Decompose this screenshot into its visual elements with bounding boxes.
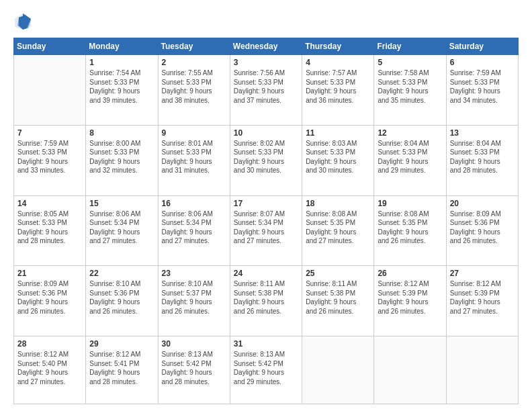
logo — [13, 12, 35, 31]
day-info: Sunrise: 8:08 AM Sunset: 5:35 PM Dayligh… — [306, 210, 370, 246]
day-info: Sunrise: 8:12 AM Sunset: 5:39 PM Dayligh… — [450, 279, 515, 316]
calendar-cell: 14Sunrise: 8:05 AM Sunset: 5:33 PM Dayli… — [14, 195, 86, 266]
calendar-cell: 31Sunrise: 8:13 AM Sunset: 5:42 PM Dayli… — [230, 336, 302, 404]
weekday-header-saturday: Saturday — [446, 38, 518, 55]
day-number: 9 — [162, 128, 226, 138]
calendar-cell: 15Sunrise: 8:06 AM Sunset: 5:34 PM Dayli… — [86, 195, 158, 266]
day-number: 4 — [306, 58, 370, 67]
week-row-5: 28Sunrise: 8:12 AM Sunset: 5:40 PM Dayli… — [14, 336, 519, 404]
day-number: 30 — [162, 339, 226, 349]
week-row-4: 21Sunrise: 8:09 AM Sunset: 5:36 PM Dayli… — [14, 266, 519, 336]
day-info: Sunrise: 8:13 AM Sunset: 5:42 PM Dayligh… — [234, 350, 298, 386]
calendar-cell: 19Sunrise: 8:08 AM Sunset: 5:35 PM Dayli… — [374, 195, 446, 266]
calendar-cell: 30Sunrise: 8:13 AM Sunset: 5:42 PM Dayli… — [158, 336, 230, 404]
weekday-header-row: SundayMondayTuesdayWednesdayThursdayFrid… — [14, 38, 519, 55]
calendar-cell: 9Sunrise: 8:01 AM Sunset: 5:33 PM Daylig… — [158, 125, 230, 195]
day-number: 20 — [450, 199, 515, 208]
calendar-cell: 13Sunrise: 8:04 AM Sunset: 5:33 PM Dayli… — [446, 125, 518, 195]
day-info: Sunrise: 8:07 AM Sunset: 5:34 PM Dayligh… — [234, 210, 298, 246]
day-info: Sunrise: 8:12 AM Sunset: 5:41 PM Dayligh… — [89, 350, 154, 386]
calendar-cell — [446, 336, 518, 404]
day-number: 26 — [378, 269, 442, 278]
day-number: 19 — [378, 199, 442, 208]
day-number: 5 — [378, 58, 442, 67]
calendar-cell: 11Sunrise: 8:03 AM Sunset: 5:33 PM Dayli… — [302, 125, 374, 195]
day-info: Sunrise: 7:57 AM Sunset: 5:33 PM Dayligh… — [306, 68, 370, 105]
calendar-cell: 4Sunrise: 7:57 AM Sunset: 5:33 PM Daylig… — [302, 55, 374, 126]
day-number: 13 — [450, 128, 515, 138]
day-number: 11 — [306, 128, 370, 138]
calendar-cell: 25Sunrise: 8:11 AM Sunset: 5:38 PM Dayli… — [302, 266, 374, 336]
calendar-cell — [374, 336, 446, 404]
day-number: 27 — [450, 269, 515, 278]
day-number: 3 — [234, 58, 298, 67]
day-info: Sunrise: 8:06 AM Sunset: 5:34 PM Dayligh… — [89, 210, 154, 246]
week-row-2: 7Sunrise: 7:59 AM Sunset: 5:33 PM Daylig… — [14, 125, 519, 195]
calendar-cell: 23Sunrise: 8:10 AM Sunset: 5:37 PM Dayli… — [158, 266, 230, 336]
calendar-table: SundayMondayTuesdayWednesdayThursdayFrid… — [13, 38, 519, 404]
calendar-cell: 8Sunrise: 8:00 AM Sunset: 5:33 PM Daylig… — [86, 125, 158, 195]
weekday-header-tuesday: Tuesday — [158, 38, 230, 55]
calendar-cell: 27Sunrise: 8:12 AM Sunset: 5:39 PM Dayli… — [446, 266, 518, 336]
calendar-cell: 24Sunrise: 8:11 AM Sunset: 5:38 PM Dayli… — [230, 266, 302, 336]
day-info: Sunrise: 7:58 AM Sunset: 5:33 PM Dayligh… — [378, 68, 442, 105]
day-info: Sunrise: 8:03 AM Sunset: 5:33 PM Dayligh… — [306, 139, 370, 175]
day-info: Sunrise: 8:06 AM Sunset: 5:34 PM Dayligh… — [162, 210, 226, 246]
day-info: Sunrise: 8:11 AM Sunset: 5:38 PM Dayligh… — [234, 279, 298, 316]
calendar-cell: 16Sunrise: 8:06 AM Sunset: 5:34 PM Dayli… — [158, 195, 230, 266]
calendar-cell: 1Sunrise: 7:54 AM Sunset: 5:33 PM Daylig… — [86, 55, 158, 126]
day-info: Sunrise: 8:12 AM Sunset: 5:40 PM Dayligh… — [17, 350, 82, 386]
calendar-cell: 18Sunrise: 8:08 AM Sunset: 5:35 PM Dayli… — [302, 195, 374, 266]
day-info: Sunrise: 8:09 AM Sunset: 5:36 PM Dayligh… — [17, 279, 82, 316]
calendar-cell: 5Sunrise: 7:58 AM Sunset: 5:33 PM Daylig… — [374, 55, 446, 126]
day-info: Sunrise: 7:59 AM Sunset: 5:33 PM Dayligh… — [450, 68, 515, 105]
day-info: Sunrise: 7:59 AM Sunset: 5:33 PM Dayligh… — [17, 139, 82, 175]
day-number: 8 — [89, 128, 154, 138]
day-number: 17 — [234, 199, 298, 208]
calendar-cell: 29Sunrise: 8:12 AM Sunset: 5:41 PM Dayli… — [86, 336, 158, 404]
day-number: 12 — [378, 128, 442, 138]
page: SundayMondayTuesdayWednesdayThursdayFrid… — [0, 0, 532, 411]
day-number: 31 — [234, 339, 298, 349]
day-info: Sunrise: 8:12 AM Sunset: 5:39 PM Dayligh… — [378, 279, 442, 316]
calendar-cell: 26Sunrise: 8:12 AM Sunset: 5:39 PM Dayli… — [374, 266, 446, 336]
logo-icon — [13, 12, 32, 31]
day-info: Sunrise: 8:08 AM Sunset: 5:35 PM Dayligh… — [378, 210, 442, 246]
day-number: 1 — [89, 58, 154, 67]
calendar-cell: 7Sunrise: 7:59 AM Sunset: 5:33 PM Daylig… — [14, 125, 86, 195]
calendar-cell: 10Sunrise: 8:02 AM Sunset: 5:33 PM Dayli… — [230, 125, 302, 195]
day-number: 23 — [162, 269, 226, 278]
header — [13, 12, 519, 31]
calendar-cell: 21Sunrise: 8:09 AM Sunset: 5:36 PM Dayli… — [14, 266, 86, 336]
day-info: Sunrise: 8:13 AM Sunset: 5:42 PM Dayligh… — [162, 350, 226, 386]
calendar-cell: 17Sunrise: 8:07 AM Sunset: 5:34 PM Dayli… — [230, 195, 302, 266]
day-number: 7 — [17, 128, 82, 138]
day-number: 15 — [89, 199, 154, 208]
calendar-cell: 12Sunrise: 8:04 AM Sunset: 5:33 PM Dayli… — [374, 125, 446, 195]
day-info: Sunrise: 7:56 AM Sunset: 5:33 PM Dayligh… — [234, 68, 298, 105]
day-info: Sunrise: 8:09 AM Sunset: 5:36 PM Dayligh… — [450, 210, 515, 246]
day-info: Sunrise: 7:54 AM Sunset: 5:33 PM Dayligh… — [89, 68, 154, 105]
week-row-1: 1Sunrise: 7:54 AM Sunset: 5:33 PM Daylig… — [14, 55, 519, 126]
day-number: 14 — [17, 199, 82, 208]
day-number: 21 — [17, 269, 82, 278]
weekday-header-monday: Monday — [86, 38, 158, 55]
day-number: 29 — [89, 339, 154, 349]
calendar-cell: 28Sunrise: 8:12 AM Sunset: 5:40 PM Dayli… — [14, 336, 86, 404]
day-info: Sunrise: 8:04 AM Sunset: 5:33 PM Dayligh… — [450, 139, 515, 175]
day-number: 22 — [89, 269, 154, 278]
day-number: 24 — [234, 269, 298, 278]
week-row-3: 14Sunrise: 8:05 AM Sunset: 5:33 PM Dayli… — [14, 195, 519, 266]
weekday-header-friday: Friday — [374, 38, 446, 55]
day-info: Sunrise: 8:10 AM Sunset: 5:37 PM Dayligh… — [162, 279, 226, 316]
day-number: 2 — [162, 58, 226, 67]
day-info: Sunrise: 8:02 AM Sunset: 5:33 PM Dayligh… — [234, 139, 298, 175]
calendar-cell: 22Sunrise: 8:10 AM Sunset: 5:36 PM Dayli… — [86, 266, 158, 336]
day-info: Sunrise: 8:05 AM Sunset: 5:33 PM Dayligh… — [17, 210, 82, 246]
calendar-cell: 6Sunrise: 7:59 AM Sunset: 5:33 PM Daylig… — [446, 55, 518, 126]
calendar-cell — [302, 336, 374, 404]
calendar-cell — [14, 55, 86, 126]
calendar-cell: 2Sunrise: 7:55 AM Sunset: 5:33 PM Daylig… — [158, 55, 230, 126]
day-info: Sunrise: 8:01 AM Sunset: 5:33 PM Dayligh… — [162, 139, 226, 175]
day-info: Sunrise: 7:55 AM Sunset: 5:33 PM Dayligh… — [162, 68, 226, 105]
